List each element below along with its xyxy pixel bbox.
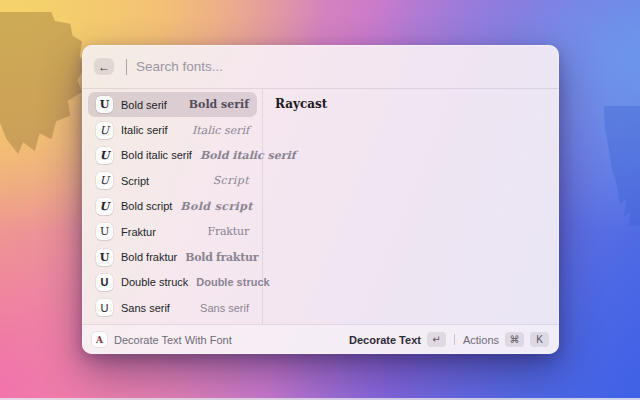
search-header: ← bbox=[82, 45, 559, 89]
font-letter-icon: U bbox=[96, 198, 113, 215]
font-name-label: Sans serif bbox=[121, 302, 170, 314]
font-name-label: Bold script bbox=[121, 200, 172, 212]
font-name-label: Script bbox=[121, 175, 149, 187]
desktop: { "wallpaper": { "palette": ["#f2d36d", … bbox=[0, 0, 640, 400]
font-name-label: Fraktur bbox=[121, 226, 156, 238]
footer-divider bbox=[454, 334, 455, 345]
actions-menu-button[interactable]: Actions bbox=[463, 334, 499, 346]
search-input[interactable] bbox=[136, 59, 547, 74]
font-list-item[interactable]: U Script Script bbox=[88, 168, 257, 193]
detail-panel: Raycast bbox=[263, 89, 559, 324]
font-name-label: Bold fraktur bbox=[121, 251, 177, 263]
raycast-window: ← U Bold serif Bold serif U Italic serif… bbox=[82, 45, 559, 354]
font-letter-icon: U bbox=[96, 299, 113, 316]
back-button[interactable]: ← bbox=[94, 58, 114, 75]
font-list-item[interactable]: U Sans serif Sans serif bbox=[88, 295, 257, 320]
font-letter-icon: U bbox=[96, 147, 113, 164]
font-preview-text: Double struck bbox=[196, 276, 269, 288]
font-preview-text: Bold fraktur bbox=[185, 251, 258, 264]
main-content: U Bold serif Bold serif U Italic serif I… bbox=[82, 89, 559, 324]
font-letter-icon: U bbox=[96, 96, 113, 113]
font-preview-text: Sans serif bbox=[200, 302, 249, 314]
font-name-label: Italic serif bbox=[121, 124, 167, 136]
return-key-icon: ↵ bbox=[427, 332, 446, 347]
font-list-item[interactable]: U Fraktur Fraktur bbox=[88, 219, 257, 244]
footer-actions: Decorate Text ↵ Actions ⌘ K bbox=[349, 332, 549, 347]
font-letter-icon: U bbox=[96, 274, 113, 291]
font-list-item[interactable]: U Bold serif Bold serif bbox=[88, 92, 257, 117]
font-letter-icon: U bbox=[96, 223, 113, 240]
font-name-label: Bold serif bbox=[121, 99, 167, 111]
primary-action-button[interactable]: Decorate Text bbox=[349, 334, 421, 346]
text-caret bbox=[126, 59, 127, 75]
wallpaper-blob-right bbox=[596, 106, 640, 226]
font-preview-text: Bold serif bbox=[189, 98, 249, 111]
font-letter-icon: U bbox=[96, 249, 113, 266]
command-key-icon: ⌘ bbox=[505, 332, 524, 347]
font-preview-text: Italic serif bbox=[192, 124, 249, 137]
back-arrow-icon: ← bbox=[98, 60, 110, 74]
extension-icon-glyph: A bbox=[96, 335, 103, 345]
detail-preview-text: Raycast bbox=[275, 97, 547, 111]
extension-name: Decorate Text With Font bbox=[114, 334, 232, 346]
font-list-item[interactable]: U Italic serif Italic serif bbox=[88, 117, 257, 142]
font-letter-icon: U bbox=[96, 122, 113, 139]
font-letter-icon: U bbox=[96, 172, 113, 189]
extension-icon: A bbox=[92, 332, 107, 347]
font-name-label: Bold italic serif bbox=[121, 149, 192, 161]
footer-bar: A Decorate Text With Font Decorate Text … bbox=[82, 324, 559, 354]
font-list-item[interactable]: U Bold script Bold script bbox=[88, 194, 257, 219]
font-list-item[interactable]: U Bold italic serif Bold italic serif bbox=[88, 143, 257, 168]
k-key-icon: K bbox=[530, 332, 549, 347]
font-list-item[interactable]: U Double struck Double struck bbox=[88, 270, 257, 295]
font-preview-text: Bold script bbox=[180, 200, 252, 213]
font-list-item[interactable]: U Bold fraktur Bold fraktur bbox=[88, 244, 257, 269]
font-preview-text: Script bbox=[213, 174, 249, 187]
font-preview-text: Fraktur bbox=[208, 225, 249, 238]
font-list: U Bold serif Bold serif U Italic serif I… bbox=[82, 89, 263, 324]
font-name-label: Double struck bbox=[121, 276, 188, 288]
